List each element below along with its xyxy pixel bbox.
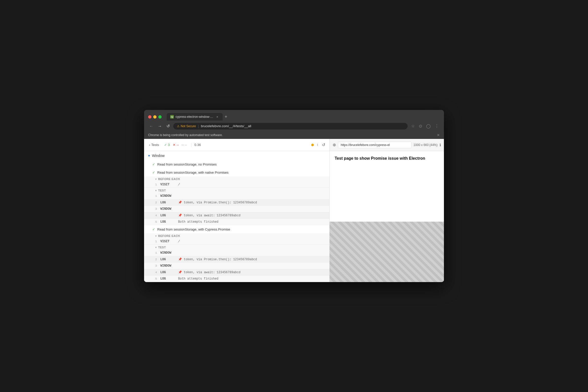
fail-x-icon: ✕ [173, 143, 176, 147]
command-row[interactable]: 1 WINDOW [144, 250, 329, 256]
not-secure-label: Not Secure [181, 124, 196, 128]
command-row[interactable]: 2 LOG 📌 token, via Promise.then(): 12345… [144, 199, 329, 206]
pass-check-icon: ✓ [164, 143, 167, 147]
command-row[interactable]: 5 LOG Both attempts finished [144, 219, 329, 225]
command-row[interactable]: 4 LOG 📌 token, via await: 123456789abcd [144, 269, 329, 276]
tab-favicon: cy [170, 115, 174, 119]
section-label: ▾ TEST [144, 245, 329, 250]
preview-panel: ⊕ 1000 x 660 (44%) ℹ Test page to show P… [330, 139, 444, 282]
pin-icon: 📌 [178, 271, 182, 274]
fail-count: ✕ -- [173, 143, 179, 147]
pin-icon: 📌 [178, 214, 182, 217]
preview-size-label: 1000 x 660 (44%) [413, 143, 438, 147]
test-pass-icon: ✓ [152, 162, 155, 166]
preview-page-title: Test page to show Promise issue with Ele… [335, 156, 425, 160]
preview-info-icon[interactable]: ℹ [440, 143, 441, 147]
tab-close-button[interactable]: ✕ [215, 115, 219, 119]
address-input-wrap[interactable]: ⚠ Not Secure | brucelefebvre.com/__/#/te… [173, 123, 408, 129]
cypress-content: ▾ Window ✓ Read from sessionStorage, no … [144, 151, 329, 282]
active-tab[interactable]: cy cypress-electron-window-issu ✕ [167, 113, 223, 121]
section-chevron-icon: ▾ [155, 235, 157, 237]
pin-icon: 📌 [178, 258, 182, 261]
test-label: Read from sessionStorage, no Promises [157, 162, 216, 166]
preview-url-input[interactable] [338, 142, 411, 148]
notification-text: Chrome is being controlled by automated … [148, 133, 223, 137]
suite-chevron-icon: ▾ [148, 154, 150, 158]
forward-button[interactable]: → [157, 123, 163, 129]
pass-count: ✓ 3 [164, 143, 170, 147]
section-label: ▾ BEFORE EACH [144, 233, 329, 238]
command-row[interactable]: 3 WINDOW [144, 206, 329, 212]
menu-icon[interactable]: ⋮ [434, 123, 440, 129]
inspect-icon[interactable]: I [317, 143, 318, 147]
maximize-button[interactable] [158, 115, 162, 119]
preview-striped-area [330, 222, 444, 282]
suite-label: Window [152, 154, 165, 158]
suite-header[interactable]: ▾ Window [144, 151, 329, 160]
pending-circle-icon: ○ [182, 143, 184, 147]
test-item[interactable]: ✓ Read from sessionStorage, with Cypress… [144, 225, 329, 233]
new-tab-button[interactable]: + [223, 113, 229, 121]
notification-close-button[interactable]: ✕ [437, 133, 440, 137]
browser-window: cy cypress-electron-window-issu ✕ + ← → … [144, 110, 444, 282]
before-each-section: ▾ BEFORE EACH 1 VISIT / [144, 176, 329, 188]
test-timer: 0.36 [191, 143, 201, 147]
pending-count: ○ -- [182, 143, 187, 147]
section-chevron-icon: ▾ [155, 246, 157, 249]
back-button[interactable]: ← [148, 123, 154, 129]
warning-icon: ⚠ [177, 124, 180, 128]
bookmark-icon[interactable]: ☆ [410, 123, 416, 129]
reload-button[interactable]: ↺ [165, 123, 171, 129]
traffic-lights [148, 115, 162, 119]
address-actions: ☆ ⊙ ◯ ⋮ [410, 123, 440, 129]
cypress-toolbar: ‹ Tests ✓ 3 ✕ -- ○ -- 0.36 [144, 139, 329, 151]
back-chevron-icon: ‹ [149, 143, 150, 147]
section-label: ▾ BEFORE EACH [144, 176, 329, 182]
section-label: ▾ TEST [144, 188, 329, 193]
title-bar: cy cypress-electron-window-issu ✕ + [144, 110, 444, 121]
preview-toolbar: ⊕ 1000 x 660 (44%) ℹ [330, 139, 444, 151]
preview-content: Test page to show Promise issue with Ele… [330, 151, 444, 222]
preview-nav-icon[interactable]: ⊕ [333, 142, 336, 147]
test-pass-icon: ✓ [152, 227, 155, 231]
command-row[interactable]: 1 WINDOW [144, 193, 329, 199]
test-item[interactable]: ✓ Read from sessionStorage, no Promises [144, 160, 329, 168]
not-secure-indicator: ⚠ Not Secure [177, 124, 196, 128]
extension-icon[interactable]: ⊙ [418, 123, 423, 129]
tab-title: cypress-electron-window-issu [176, 115, 214, 119]
minimize-button[interactable] [153, 115, 157, 119]
address-url: brucelefebvre.com/__/#/tests/__all [201, 124, 251, 128]
tabs-bar: cy cypress-electron-window-issu ✕ + [167, 113, 440, 121]
notification-bar: Chrome is being controlled by automated … [144, 132, 444, 139]
test-label: Read from sessionStorage, with Cypress.P… [157, 227, 230, 231]
profile-icon[interactable]: ◯ [425, 123, 432, 129]
test-label: Read from sessionStorage, with native Pr… [157, 171, 228, 174]
status-dot [311, 144, 314, 146]
test-item[interactable]: ✓ Read from sessionStorage, with native … [144, 168, 329, 176]
test-section: ▾ TEST 1 WINDOW 2 LOG 📌 token, via Promi [144, 188, 329, 225]
close-button[interactable] [148, 115, 151, 119]
reload-tests-button[interactable]: ↺ [321, 141, 326, 148]
back-to-tests-button[interactable]: ‹ Tests [147, 142, 161, 148]
section-chevron-icon: ▾ [155, 189, 157, 192]
main-content: ‹ Tests ✓ 3 ✕ -- ○ -- 0.36 [144, 139, 444, 282]
command-row[interactable]: 1 VISIT / [144, 238, 329, 245]
address-separator: | [198, 124, 199, 128]
command-row[interactable]: 5 LOG Both attempts finished [144, 276, 329, 282]
test-pass-icon: ✓ [152, 170, 155, 174]
pin-icon: 📌 [178, 201, 182, 204]
cypress-panel: ‹ Tests ✓ 3 ✕ -- ○ -- 0.36 [144, 139, 330, 282]
section-chevron-icon: ▾ [155, 178, 157, 181]
address-bar: ← → ↺ ⚠ Not Secure | brucelefebvre.com/_… [144, 121, 444, 132]
command-row[interactable]: 2 LOG 📌 token, via Promise.then(): 12345… [144, 256, 329, 263]
command-row[interactable]: 3 WINDOW [144, 263, 329, 269]
command-row[interactable]: 1 VISIT / [144, 182, 329, 188]
test-section: ▾ TEST 1 WINDOW 2 LOG 📌 token, via Promi [144, 245, 329, 282]
command-row[interactable]: 4 LOG 📌 token, via await: 123456789abcd [144, 212, 329, 219]
before-each-section: ▾ BEFORE EACH 1 VISIT / [144, 233, 329, 245]
